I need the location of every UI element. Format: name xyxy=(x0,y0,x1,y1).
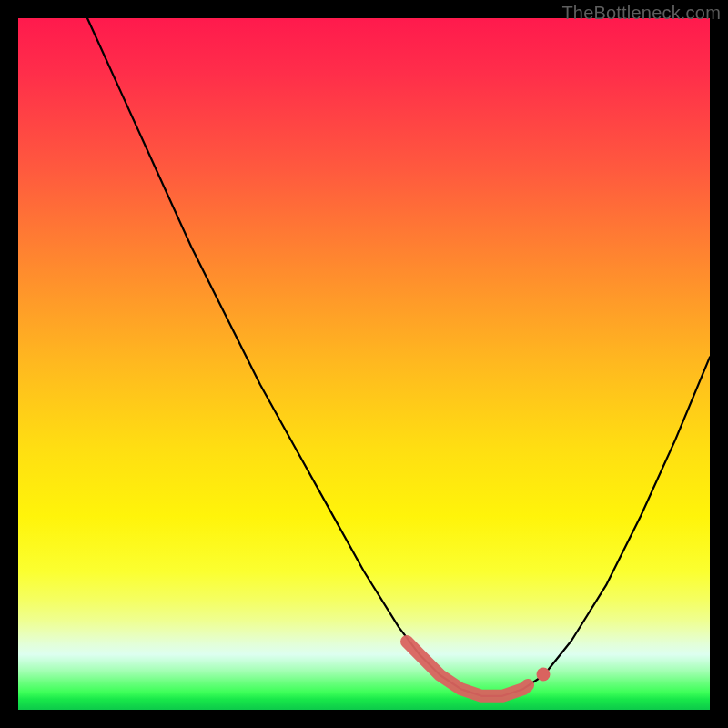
chart-frame: TheBottleneck.com xyxy=(0,0,728,728)
bottleneck-curve xyxy=(87,18,710,696)
plot-area xyxy=(18,18,710,710)
watermark-text: TheBottleneck.com xyxy=(561,3,721,24)
optimal-zone-marker xyxy=(407,642,528,696)
optimal-zone-end-dot xyxy=(537,668,551,682)
chart-svg xyxy=(18,18,710,710)
